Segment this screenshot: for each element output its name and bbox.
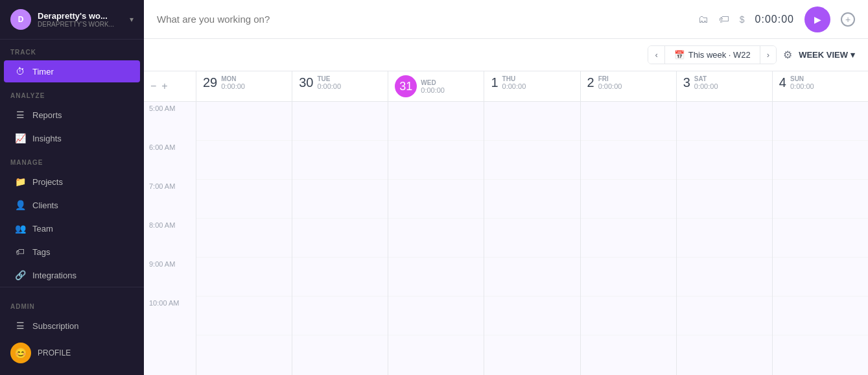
day-name: SUN	[790, 75, 814, 82]
day-headers: 29 MON 0:00:00 30 TUE 0:00:00 31 WED 0:0…	[196, 71, 868, 101]
sidebar-item-clients[interactable]: 👤 Clients	[4, 194, 140, 216]
day-header-thu: 1 THU 0:00:00	[484, 71, 580, 101]
calendar-icon: 📅	[674, 50, 685, 60]
topbar: 🗂 🏷 $ 0:00:00 ▶ +	[144, 0, 868, 39]
day-cell[interactable]	[388, 102, 484, 141]
day-cell[interactable]	[677, 219, 772, 258]
day-cell[interactable]	[581, 102, 676, 141]
zoom-out-button[interactable]: −	[149, 80, 158, 92]
day-cell[interactable]	[292, 219, 388, 258]
workspace-sub: DERAPRETTY'S WORK...	[38, 21, 123, 28]
day-cell[interactable]	[388, 141, 484, 180]
day-cell[interactable]	[388, 296, 484, 335]
day-cell[interactable]	[581, 296, 676, 335]
time-slot: 8:00 AM	[144, 219, 196, 258]
day-cell[interactable]	[677, 102, 772, 141]
day-column-tue[interactable]	[292, 102, 388, 375]
week-view-chevron: ▾	[850, 50, 855, 60]
task-input[interactable]	[157, 14, 690, 25]
day-column-wed[interactable]	[388, 102, 484, 375]
day-cell[interactable]	[484, 141, 580, 180]
sidebar-item-integrations[interactable]: 🔗 Integrations	[4, 264, 140, 286]
track-section-label: TRACK	[0, 40, 144, 60]
add-button[interactable]: +	[841, 12, 855, 27]
day-cell[interactable]	[292, 102, 388, 141]
workspace-header[interactable]: D Derapretty's wo... DERAPRETTY'S WORK..…	[0, 0, 144, 40]
week-view-label: WEEK VIEW	[799, 50, 848, 60]
time-slot: 5:00 AM	[144, 102, 196, 141]
sidebar-item-tags[interactable]: 🏷 Tags	[4, 241, 140, 263]
day-header-fri: 2 FRI 0:00:00	[580, 71, 676, 101]
day-cell[interactable]	[484, 180, 580, 219]
day-cell[interactable]	[292, 258, 388, 296]
day-cell[interactable]	[292, 141, 388, 180]
day-cell[interactable]	[773, 258, 868, 296]
day-time: 0:00:00	[694, 82, 718, 90]
day-column-fri[interactable]	[580, 102, 676, 375]
workspace-avatar: D	[10, 9, 31, 30]
day-cell[interactable]	[581, 180, 676, 219]
play-button[interactable]: ▶	[804, 6, 830, 32]
day-cell[interactable]	[484, 102, 580, 141]
next-week-button[interactable]: ›	[760, 46, 776, 64]
sidebar-item-subscription[interactable]: ☰ Subscription	[4, 315, 140, 337]
week-label: This week · W22	[688, 50, 751, 60]
day-cell[interactable]	[773, 219, 868, 258]
day-cell[interactable]	[581, 141, 676, 180]
day-cell[interactable]	[677, 296, 772, 335]
day-cell[interactable]	[773, 180, 868, 219]
profile-label: PROFILE	[38, 348, 71, 357]
day-cell[interactable]	[388, 180, 484, 219]
day-cell[interactable]	[196, 219, 292, 258]
day-cell[interactable]	[484, 258, 580, 296]
main-content: 🗂 🏷 $ 0:00:00 ▶ + ‹ 📅 This week · W22 › …	[144, 0, 868, 375]
team-icon: 👥	[14, 223, 26, 234]
day-column-mon[interactable]	[196, 102, 292, 375]
day-cell[interactable]	[677, 141, 772, 180]
day-cell[interactable]	[292, 180, 388, 219]
day-cell[interactable]	[773, 296, 868, 335]
day-cell[interactable]	[581, 258, 676, 296]
sidebar-item-insights[interactable]: 📈 Insights	[4, 127, 140, 149]
day-cell[interactable]	[196, 258, 292, 296]
day-cell[interactable]	[388, 219, 484, 258]
zoom-in-button[interactable]: +	[160, 80, 169, 92]
day-cell[interactable]	[388, 258, 484, 296]
day-cell[interactable]	[196, 296, 292, 335]
tag-icon[interactable]: 🏷	[719, 14, 729, 25]
day-column-sat[interactable]	[676, 102, 772, 375]
projects-icon: 📁	[14, 176, 26, 187]
sidebar-item-timer[interactable]: ⏱ Timer	[4, 60, 140, 82]
sidebar-item-reports[interactable]: ☰ Reports	[4, 104, 140, 126]
day-cell[interactable]	[196, 180, 292, 219]
dollar-icon[interactable]: $	[740, 14, 745, 25]
day-cell[interactable]	[196, 141, 292, 180]
prev-week-button[interactable]: ‹	[648, 46, 664, 64]
day-cell[interactable]	[677, 258, 772, 296]
day-time: 0:00:00	[317, 82, 341, 90]
folder-icon[interactable]: 🗂	[698, 14, 709, 25]
day-header-sat: 3 SAT 0:00:00	[676, 71, 772, 101]
day-cell[interactable]	[773, 141, 868, 180]
day-cell[interactable]	[292, 296, 388, 335]
day-num: 30	[299, 75, 313, 90]
day-cell[interactable]	[581, 219, 676, 258]
day-header-sun: 4 SUN 0:00:00	[772, 71, 868, 101]
tags-label: Tags	[32, 247, 50, 257]
subscription-icon: ☰	[14, 320, 26, 332]
sidebar-item-projects[interactable]: 📁 Projects	[4, 171, 140, 193]
time-slot: 9:00 AM	[144, 258, 196, 296]
day-column-sun[interactable]	[772, 102, 868, 375]
sidebar-item-team[interactable]: 👥 Team	[4, 217, 140, 239]
profile-item[interactable]: 😊 PROFILE	[0, 337, 144, 369]
day-cell[interactable]	[196, 102, 292, 141]
day-cell[interactable]	[677, 180, 772, 219]
week-view-button[interactable]: WEEK VIEW ▾	[799, 50, 855, 60]
day-column-thu[interactable]	[484, 102, 580, 375]
day-cell[interactable]	[773, 102, 868, 141]
settings-icon[interactable]: ⚙	[783, 49, 792, 61]
day-cell[interactable]	[484, 219, 580, 258]
day-cell[interactable]	[484, 296, 580, 335]
day-time: 0:00:00	[598, 82, 622, 90]
admin-section-label: ADMIN	[0, 294, 144, 314]
